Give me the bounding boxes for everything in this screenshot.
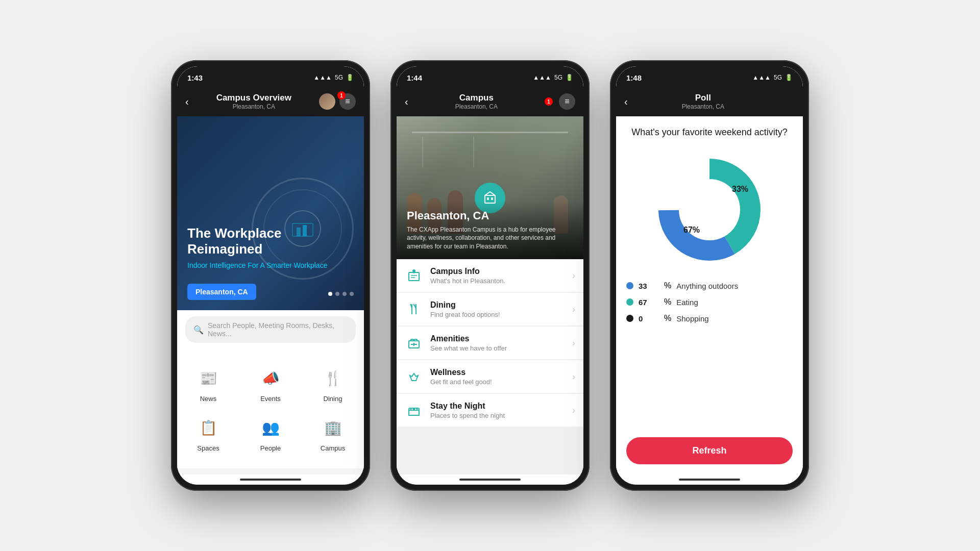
arrow-icon-4: › xyxy=(572,371,575,382)
search-box[interactable]: 🔍 Search People, Meeting Rooms, Desks, N… xyxy=(185,316,356,343)
menu-item-amenities[interactable]: Amenities See what we have to offer › xyxy=(397,327,583,359)
arrow-icon-1: › xyxy=(572,270,575,281)
menu-list: Campus Info What's hot in Pleasanton. › xyxy=(397,259,583,474)
grid-item-spaces[interactable]: 📋 Spaces xyxy=(177,409,239,458)
grid-item-events[interactable]: 📣 Events xyxy=(239,359,302,409)
arrow-icon-2: › xyxy=(572,304,575,315)
battery-icon-3: 🔋 xyxy=(785,74,793,81)
status-icons-3: ▲▲▲ 5G 🔋 xyxy=(752,74,793,81)
dining-sub: Find great food options! xyxy=(430,311,565,318)
menu-item-stay-night[interactable]: Stay the Night Places to spend the night… xyxy=(397,394,583,427)
battery-icon: 🔋 xyxy=(346,74,354,81)
dining-title: Dining xyxy=(430,300,565,310)
notification-badge: 1 xyxy=(337,91,346,99)
dining-menu-icon xyxy=(405,300,423,318)
phone-3: 1:48 ▲▲▲ 5G 🔋 ‹ Poll Pleasanton, CA What… xyxy=(610,60,809,491)
status-time-1: 1:43 xyxy=(187,73,203,82)
battery-icon-2: 🔋 xyxy=(566,74,573,81)
amenities-icon xyxy=(405,334,423,352)
grid-item-dining[interactable]: 🍴 Dining xyxy=(302,359,364,409)
wellness-title: Wellness xyxy=(430,368,565,377)
phone3-header: ‹ Poll Pleasanton, CA xyxy=(616,89,803,116)
campus-info-title: Campus Info xyxy=(430,267,565,276)
back-button-3[interactable]: ‹ xyxy=(624,96,628,108)
legend-item-outdoors: 33% Anything outdoors xyxy=(626,281,793,290)
network-type: 5G xyxy=(335,74,343,81)
menu-icon-2[interactable]: ≡ xyxy=(559,93,575,110)
phone2-header-subtitle: Pleasanton, CA xyxy=(455,103,498,110)
legend-dot-outdoors xyxy=(626,282,633,289)
poll-body: What's your favorite weekend activity? 3… xyxy=(616,116,803,474)
refresh-button[interactable]: Refresh xyxy=(626,437,793,464)
grid-item-people[interactable]: 👥 People xyxy=(239,409,302,458)
news-icon: 📰 xyxy=(195,365,221,391)
avatar[interactable] xyxy=(319,93,335,110)
search-icon: 🔍 xyxy=(193,325,204,335)
status-icons-1: ▲▲▲ 5G 🔋 xyxy=(313,74,354,81)
header-title: Campus Overview xyxy=(216,93,291,103)
wellness-icon xyxy=(405,367,423,386)
phone-1: 1:43 ▲▲▲ 5G 🔋 ‹ Campus Overview Pleasant… xyxy=(171,60,370,491)
pct-sign-2: % xyxy=(664,297,671,307)
dot-3 xyxy=(342,292,347,296)
svg-rect-21 xyxy=(414,408,417,410)
legend-label-outdoors: Anything outdoors xyxy=(676,282,738,290)
dining-label: Dining xyxy=(324,395,342,403)
grid-icons: 📰 News 📣 Events 🍴 Dining 📋 Spaces 👥 xyxy=(177,349,364,468)
header-subtitle: Pleasanton, CA xyxy=(216,103,291,110)
status-time-3: 1:48 xyxy=(626,73,642,82)
search-area: 🔍 Search People, Meeting Rooms, Desks, N… xyxy=(177,310,364,349)
svg-point-10 xyxy=(412,269,415,272)
dot-1 xyxy=(328,292,332,296)
dining-text: Dining Find great food options! xyxy=(430,300,565,318)
status-time-2: 1:44 xyxy=(407,73,422,82)
search-input[interactable]: Search People, Meeting Rooms, Desks, New… xyxy=(208,321,348,338)
stay-night-title: Stay the Night xyxy=(430,402,565,411)
phone3-header-subtitle: Pleasanton, CA xyxy=(682,103,724,110)
phone3-header-title: Poll xyxy=(682,93,724,103)
notification-badge-2: 1 xyxy=(545,97,553,106)
people-label: People xyxy=(260,444,281,452)
home-indicator-3 xyxy=(616,474,803,485)
amenities-text: Amenities See what we have to offer xyxy=(430,334,565,352)
menu-item-wellness[interactable]: Wellness Get fit and feel good! › xyxy=(397,360,583,393)
grid-item-campus[interactable]: 🏢 Campus xyxy=(302,409,364,458)
menu-item-dining[interactable]: Dining Find great food options! › xyxy=(397,293,583,325)
news-label: News xyxy=(200,395,217,403)
legend-dot-shopping xyxy=(626,315,633,322)
legend-pct-shopping: 0 xyxy=(639,314,659,323)
home-indicator-2 xyxy=(397,474,583,485)
status-bar-3: 1:48 ▲▲▲ 5G 🔋 xyxy=(616,66,803,89)
network-type-2: 5G xyxy=(554,74,562,81)
legend-pct-eating: 67 xyxy=(639,298,659,307)
arrow-icon-5: › xyxy=(572,405,575,416)
grid-item-news[interactable]: 📰 News xyxy=(177,359,239,409)
dots-indicator xyxy=(328,292,354,296)
status-icons-2: ▲▲▲ 5G 🔋 xyxy=(533,74,573,81)
legend: 33% Anything outdoors 67% Eating 0% Shop… xyxy=(626,281,793,323)
arrow-icon-3: › xyxy=(572,338,575,348)
donut-svg: 33% 67% xyxy=(653,154,766,266)
network-type-3: 5G xyxy=(774,74,782,81)
status-bar-1: 1:43 ▲▲▲ 5G 🔋 xyxy=(177,66,364,89)
svg-text:67%: 67% xyxy=(683,226,700,234)
dot-4 xyxy=(350,292,354,296)
events-label: Events xyxy=(260,395,281,403)
signal-icon-2: ▲▲▲ xyxy=(533,74,551,81)
menu-item-campus-info[interactable]: Campus Info What's hot in Pleasanton. › xyxy=(397,259,583,292)
dining-icon: 🍴 xyxy=(320,365,346,391)
legend-dot-eating xyxy=(626,298,633,306)
donut-chart: 33% 67% xyxy=(626,154,793,266)
svg-rect-6 xyxy=(491,197,493,200)
home-indicator-1 xyxy=(177,474,364,485)
legend-label-eating: Eating xyxy=(676,298,698,307)
hero-location-button[interactable]: Pleasanton, CA xyxy=(187,284,256,300)
campus-hero-text: Pleasanton, CA The CXApp Pleasanton Camp… xyxy=(397,201,583,259)
svg-rect-5 xyxy=(487,197,489,200)
stay-night-sub: Places to spend the night xyxy=(430,412,565,419)
spaces-icon: 📋 xyxy=(195,415,221,440)
wellness-sub: Get fit and feel good! xyxy=(430,378,565,386)
back-button[interactable]: ‹ xyxy=(185,96,189,108)
back-button-2[interactable]: ‹ xyxy=(405,96,408,108)
campus-info-sub: What's hot in Pleasanton. xyxy=(430,277,565,285)
